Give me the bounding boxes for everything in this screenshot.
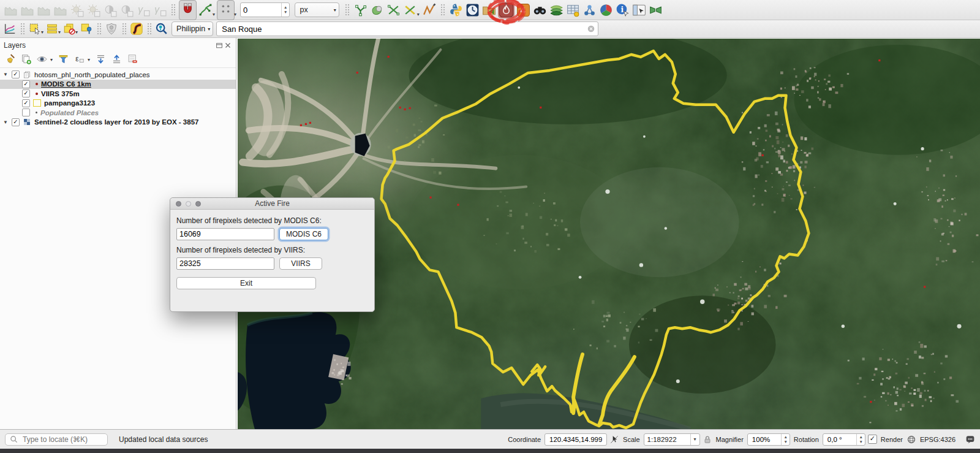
coordinate-input[interactable] bbox=[548, 435, 603, 444]
filter-legend-funnel-icon[interactable] bbox=[58, 53, 69, 65]
shield-plugin-icon[interactable] bbox=[105, 22, 118, 36]
layer-label[interactable]: pampanga3123 bbox=[44, 99, 95, 107]
rotation-input[interactable] bbox=[826, 435, 854, 444]
close-panel-icon[interactable] bbox=[224, 41, 232, 50]
toolbar-handle[interactable] bbox=[345, 4, 349, 16]
profile-chart-icon[interactable] bbox=[3, 22, 17, 36]
layer-row-selected[interactable]: MODIS C6 1km bbox=[0, 80, 236, 89]
profile-circle-icon[interactable] bbox=[598, 2, 614, 18]
clear-search-icon[interactable] bbox=[587, 25, 595, 33]
map-themes-eye-icon[interactable] bbox=[36, 53, 48, 65]
tracing-branch-icon[interactable] bbox=[198, 2, 213, 18]
orange-4-plugin-icon[interactable] bbox=[516, 2, 531, 18]
cumulative-cut-local-icon[interactable] bbox=[36, 2, 51, 18]
network-nodes-icon[interactable] bbox=[582, 2, 597, 18]
render-checkbox[interactable]: ✓ bbox=[868, 435, 877, 444]
group-checkbox[interactable] bbox=[12, 70, 20, 78]
time-manager-clock-icon[interactable] bbox=[465, 2, 480, 18]
layer-row[interactable]: Populated Places bbox=[0, 108, 236, 118]
gamma-increase-icon[interactable] bbox=[135, 2, 151, 18]
minimize-window-icon[interactable] bbox=[186, 201, 191, 207]
identify-info-icon[interactable] bbox=[615, 2, 630, 18]
collapse-all-icon[interactable] bbox=[111, 53, 123, 65]
layer-group-row[interactable]: ▼ hotosm_phl_north_populated_places bbox=[0, 70, 236, 80]
dialog-titlebar[interactable]: Active Fire bbox=[170, 198, 374, 210]
layer-row[interactable]: pampanga3123 bbox=[0, 99, 236, 108]
coordinate-toggle-icon[interactable] bbox=[609, 435, 619, 444]
search-folder-icon[interactable] bbox=[481, 2, 497, 18]
modis-count-input[interactable] bbox=[176, 228, 274, 240]
snapping-tolerance-input[interactable] bbox=[241, 6, 281, 15]
tolerance-steppers[interactable]: ▲▼ bbox=[281, 3, 289, 17]
float-panel-icon[interactable] bbox=[215, 41, 224, 50]
self-snapping-caret[interactable]: ▾ bbox=[234, 12, 236, 17]
lock-scale-icon[interactable] bbox=[703, 435, 712, 444]
contrast-decrease-icon[interactable] bbox=[119, 2, 134, 18]
gamma-decrease-icon[interactable] bbox=[152, 2, 167, 18]
add-group-icon[interactable] bbox=[20, 53, 32, 65]
layer-leaves-icon[interactable] bbox=[549, 2, 564, 18]
delete-vertex-green-icon[interactable] bbox=[386, 2, 401, 18]
messages-bubble-icon[interactable] bbox=[965, 435, 975, 444]
contrast-increase-icon[interactable] bbox=[102, 2, 118, 18]
remove-layer-icon[interactable] bbox=[127, 53, 138, 65]
layer-label[interactable]: Sentinel-2 cloudless layer for 2019 by E… bbox=[34, 118, 198, 126]
python-console-icon[interactable] bbox=[448, 2, 464, 18]
layer-checkbox[interactable] bbox=[22, 89, 30, 97]
vertex-tool-icon[interactable] bbox=[353, 2, 368, 18]
tolerance-unit-combo[interactable]: px▾ bbox=[295, 2, 339, 17]
avoid-intersections-icon[interactable] bbox=[369, 2, 385, 18]
nominatim-search-icon[interactable] bbox=[155, 22, 168, 36]
layer-label[interactable]: MODIS C6 1km bbox=[41, 80, 91, 88]
toolbar-handle[interactable] bbox=[122, 23, 126, 35]
select-caret[interactable]: ▾ bbox=[41, 29, 43, 35]
toolbar-handle[interactable] bbox=[440, 4, 445, 16]
brightness-decrease-icon[interactable] bbox=[86, 2, 101, 18]
self-snapping-button[interactable] bbox=[217, 0, 235, 20]
group-expander-icon[interactable]: ▼ bbox=[2, 72, 9, 77]
search-scope-combo[interactable]: Philippin▾ bbox=[172, 21, 213, 36]
zoom-window-icon[interactable] bbox=[195, 201, 201, 207]
layer-row[interactable]: ▼ Sentinel-2 cloudless layer for 2019 by… bbox=[0, 118, 236, 128]
cumulative-cut-full-icon[interactable] bbox=[53, 2, 68, 18]
expand-all-icon[interactable] bbox=[95, 53, 107, 65]
select-features-icon[interactable] bbox=[28, 22, 42, 36]
toolbar-handle[interactable] bbox=[97, 23, 101, 35]
layer-label[interactable]: VIIRS 375m bbox=[41, 90, 80, 97]
toolbar-handle[interactable] bbox=[147, 23, 151, 35]
layer-label[interactable]: Populated Places bbox=[40, 109, 99, 116]
styling-broom-icon[interactable] bbox=[4, 53, 16, 65]
delete-vertex-yellow-icon[interactable] bbox=[402, 2, 418, 18]
expression-filter-caret[interactable]: ▾ bbox=[88, 57, 90, 63]
magnifier-input[interactable] bbox=[751, 435, 778, 444]
toolbar-handle[interactable] bbox=[171, 4, 175, 16]
duplicate-disabled-icon[interactable] bbox=[62, 22, 76, 36]
place-pin-square-icon[interactable] bbox=[80, 22, 93, 36]
modis-button[interactable]: MODIS C6 bbox=[279, 228, 328, 240]
layer-checkbox[interactable] bbox=[22, 80, 30, 88]
exit-button[interactable]: Exit bbox=[176, 277, 316, 289]
snapping-toggle-button[interactable] bbox=[179, 0, 197, 20]
locator-input[interactable] bbox=[21, 435, 104, 444]
brightness-increase-icon[interactable] bbox=[69, 2, 85, 18]
panel-pointer-icon[interactable] bbox=[631, 2, 647, 18]
layer-row[interactable]: VIIRS 375m bbox=[0, 89, 236, 99]
active-fire-plugin-button[interactable] bbox=[498, 2, 514, 18]
magnifier-steppers[interactable]: ▲▼ bbox=[781, 434, 789, 445]
rotation-steppers[interactable]: ▲▼ bbox=[856, 434, 864, 445]
layer-checkbox[interactable] bbox=[22, 99, 30, 107]
tracing-dropdown-caret[interactable]: ▾ bbox=[213, 12, 215, 17]
reshape-pencil-icon[interactable] bbox=[421, 2, 437, 18]
layer-label[interactable]: hotosm_phl_north_populated_places bbox=[34, 71, 150, 78]
scale-combo[interactable]: 1:182922▾ bbox=[644, 433, 700, 446]
layer-checkbox[interactable] bbox=[22, 108, 30, 116]
crs-globe-icon[interactable] bbox=[907, 435, 916, 444]
green-bowtie-icon[interactable] bbox=[648, 2, 663, 18]
route-road-icon[interactable] bbox=[130, 22, 143, 36]
binoculars-search-icon[interactable] bbox=[532, 2, 548, 18]
attribute-grid-icon[interactable] bbox=[565, 2, 581, 18]
viirs-button[interactable]: VIIRS bbox=[279, 257, 322, 270]
layer-checkbox[interactable] bbox=[12, 118, 20, 126]
map-themes-caret[interactable]: ▾ bbox=[50, 57, 53, 63]
histogram-stretch-local-icon[interactable] bbox=[3, 2, 18, 18]
